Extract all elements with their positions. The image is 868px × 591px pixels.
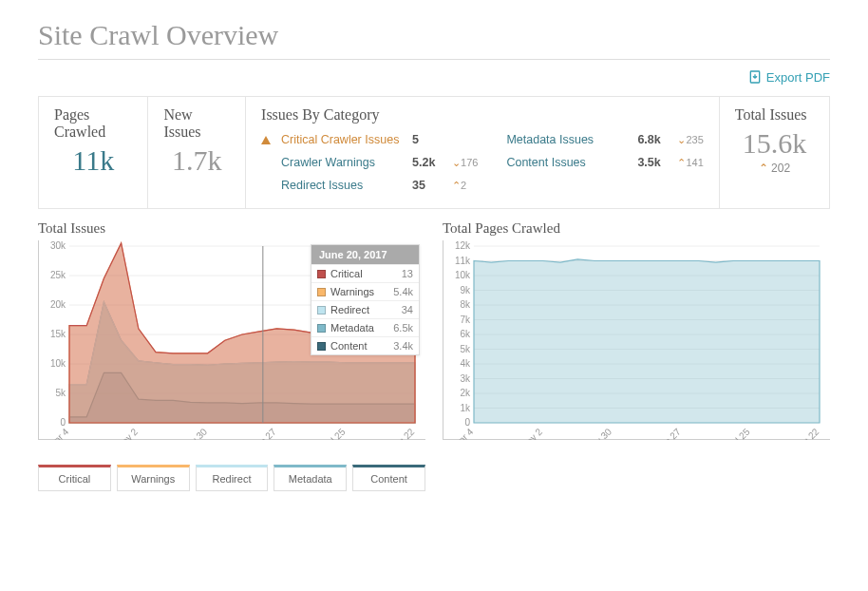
chart-title: Total Issues	[38, 220, 425, 237]
svg-text:8k: 8k	[460, 299, 471, 310]
filter-critical[interactable]: Critical	[38, 465, 111, 491]
category-value: 5	[412, 129, 444, 152]
chart-total-issues: Total Issues 05k10k15k20k25k30kApr 4May …	[38, 220, 425, 491]
svg-text:0: 0	[464, 417, 470, 428]
stat-label: Issues By Category	[261, 106, 704, 124]
export-pdf-button[interactable]: Export PDF	[747, 69, 830, 85]
stat-issues-by-category: Issues By Category Critical Crawler Issu…	[246, 97, 720, 208]
svg-text:Jun 27: Jun 27	[655, 427, 683, 441]
svg-text:5k: 5k	[55, 388, 66, 398]
export-pdf-label: Export PDF	[766, 70, 830, 85]
svg-text:6k: 6k	[460, 329, 471, 339]
svg-text:7k: 7k	[460, 315, 471, 325]
chart-canvas: 01k2k3k4k5k6k7k8k9k10k11k12kApr 4May 2Ma…	[443, 240, 823, 440]
svg-text:May 30: May 30	[179, 427, 209, 441]
tooltip-row: Metadata6.5k	[311, 318, 419, 336]
svg-text:Jul 25: Jul 25	[322, 427, 348, 441]
svg-text:May 30: May 30	[584, 427, 613, 441]
tooltip-date: June 20, 2017	[311, 245, 419, 264]
svg-text:20k: 20k	[50, 299, 66, 310]
svg-text:10k: 10k	[50, 358, 66, 369]
chart-tooltip: June 20, 2017 Critical13Warnings5.4kRedi…	[311, 244, 420, 355]
svg-text:Apr 4: Apr 4	[452, 427, 476, 441]
stat-value: 15.6k	[735, 127, 814, 160]
category-delta: ⌃2	[452, 176, 466, 196]
tooltip-row: Redirect34	[311, 300, 419, 318]
category-row[interactable]: Critical Crawler Issues5	[261, 129, 478, 152]
svg-text:25k: 25k	[50, 270, 66, 280]
export-pdf-icon	[747, 69, 763, 85]
svg-text:30k: 30k	[50, 240, 66, 251]
stats-bar: Pages Crawled 11k New Issues 1.7k Issues…	[38, 96, 830, 209]
stat-delta: ⌃ 202	[735, 162, 814, 175]
svg-text:Apr 4: Apr 4	[47, 427, 71, 441]
svg-text:Aug 22: Aug 22	[387, 427, 416, 441]
category-value: 5.2k	[412, 152, 444, 175]
stat-pages-crawled: Pages Crawled 11k	[39, 97, 148, 208]
category-name: Critical Crawler Issues	[281, 129, 405, 152]
tooltip-row: Content3.4k	[311, 336, 419, 354]
category-delta: ⌄176	[452, 153, 478, 173]
filter-metadata[interactable]: Metadata	[274, 465, 347, 491]
svg-text:5k: 5k	[460, 344, 471, 354]
category-row[interactable]: Content Issues3.5k⌃141	[506, 152, 703, 175]
filter-redirect[interactable]: Redirect	[196, 465, 269, 491]
svg-text:Aug 22: Aug 22	[792, 427, 821, 441]
chart-filter-row: CriticalWarningsRedirectMetadataContent	[38, 465, 425, 491]
category-name: Metadata Issues	[506, 129, 630, 152]
svg-text:Jun 27: Jun 27	[251, 427, 278, 441]
svg-text:1k: 1k	[460, 403, 471, 413]
category-row[interactable]: Metadata Issues6.8k⌄235	[506, 129, 703, 152]
category-delta: ⌃141	[677, 153, 703, 173]
category-row[interactable]: Crawler Warnings5.2k⌄176	[261, 152, 478, 175]
stat-label: Pages Crawled	[54, 106, 132, 141]
svg-text:11k: 11k	[455, 256, 471, 266]
svg-text:10k: 10k	[455, 270, 471, 280]
svg-text:0: 0	[60, 417, 66, 428]
svg-text:4k: 4k	[460, 358, 471, 369]
stat-new-issues: New Issues 1.7k	[148, 97, 246, 208]
tooltip-row: Critical13	[311, 264, 419, 282]
category-name: Content Issues	[506, 152, 630, 175]
stat-value: 1.7k	[163, 144, 230, 177]
category-value: 3.5k	[637, 152, 670, 175]
category-row[interactable]: Redirect Issues35⌃2	[261, 175, 478, 198]
svg-text:3k: 3k	[460, 373, 471, 384]
page-title: Site Crawl Overview	[38, 19, 830, 60]
filter-warnings[interactable]: Warnings	[117, 465, 190, 491]
filter-content[interactable]: Content	[352, 465, 425, 491]
stat-total-issues: Total Issues 15.6k ⌃ 202	[720, 97, 829, 208]
svg-text:9k: 9k	[460, 285, 471, 296]
chart-title: Total Pages Crawled	[443, 220, 830, 237]
svg-text:12k: 12k	[455, 240, 471, 251]
chart-total-pages-crawled: Total Pages Crawled 01k2k3k4k5k6k7k8k9k1…	[443, 220, 830, 491]
svg-text:15k: 15k	[50, 329, 66, 339]
category-name: Redirect Issues	[281, 175, 405, 198]
svg-text:May 2: May 2	[519, 427, 544, 441]
tooltip-row: Warnings5.4k	[311, 282, 419, 300]
svg-text:2k: 2k	[460, 388, 471, 398]
category-value: 6.8k	[637, 129, 670, 152]
category-delta: ⌄235	[677, 130, 703, 150]
svg-text:May 2: May 2	[114, 427, 140, 441]
category-value: 35	[412, 175, 444, 198]
category-name: Crawler Warnings	[281, 152, 405, 175]
svg-text:Jul 25: Jul 25	[726, 427, 752, 441]
stat-label: New Issues	[163, 106, 230, 141]
stat-value: 11k	[54, 144, 132, 177]
warning-icon	[261, 136, 271, 144]
stat-label: Total Issues	[735, 106, 814, 124]
